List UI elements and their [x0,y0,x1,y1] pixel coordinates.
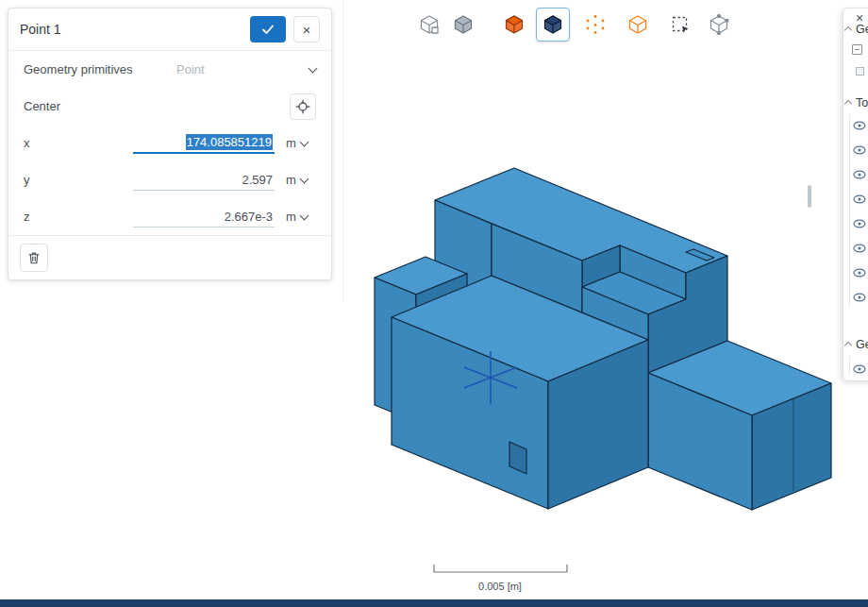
center-pick-button[interactable] [290,93,316,120]
target-crosshair-icon [293,97,312,116]
chevron-up-icon [844,342,852,349]
tree-guide-line [849,114,850,307]
mesh-solid-cube-icon [504,14,525,35]
view-toolbar [412,8,738,42]
trash-icon [25,249,42,266]
visibility-eye-icon[interactable] [853,293,866,302]
mesh-solid-cube-button[interactable] [497,8,531,42]
tree-item-row [853,192,866,207]
close-panel-button[interactable]: × [293,16,320,42]
z-input[interactable]: 2.667e-3 [133,207,275,228]
x-unit-value: m [286,136,296,150]
scene-tree-panel: × Geo Top [843,8,868,381]
chevron-down-icon [299,211,309,220]
delete-button[interactable] [20,244,48,272]
bottom-status-bar [0,599,868,607]
tree-item-row [853,143,866,158]
transform-cube-icon [709,14,729,35]
tree-subitem-icon[interactable] [856,67,864,76]
x-unit-select[interactable]: m [286,136,316,150]
point-cloud-cube-icon [585,14,606,35]
confirm-button[interactable] [250,16,286,42]
close-icon: × [303,22,311,38]
center-label: Center [24,99,290,113]
visibility-eye-icon[interactable] [853,219,866,228]
tree-item-row [853,362,866,377]
scale-bar-label: 0.005 [m] [478,581,522,592]
tree-section-label: Top [856,96,868,110]
visibility-eye-icon[interactable] [853,121,866,130]
check-icon [260,22,275,37]
visibility-eye-icon[interactable] [853,145,866,155]
visibility-eye-icon[interactable] [853,268,866,278]
visibility-eye-icon[interactable] [853,170,866,179]
y-input[interactable]: 2.597 [133,170,275,191]
tree-section-label: Geo [856,338,868,351]
x-input[interactable]: 174.085851219 [133,132,275,154]
tree-item-row [853,290,866,305]
chevron-down-icon [309,63,318,73]
box-select-icon [670,14,691,35]
scrollbar-thumb[interactable] [808,185,811,208]
point-properties-panel: Point 1 × Geometry primitives Point Cent… [8,8,332,280]
chevron-up-icon [844,100,852,108]
chevron-down-icon [299,174,309,183]
y-label: y [24,173,133,187]
z-unit-select[interactable]: m [286,210,316,224]
chevron-up-icon [844,26,852,34]
solid-cube-button[interactable] [446,8,480,42]
geometry-cube-icon [542,14,563,35]
y-unit-value: m [286,173,296,187]
z-label: z [24,210,133,224]
view-cube-icon [419,14,440,35]
geometry-primitives-select[interactable]: Point [176,62,316,76]
panel-title[interactable]: Point 1 [20,22,250,37]
visibility-eye-icon[interactable] [853,244,866,253]
tree-collapse-icon[interactable] [852,44,862,55]
tree-section-geometry[interactable]: Geo [845,22,868,37]
visibility-eye-icon[interactable] [853,364,866,374]
tree-guide-line [849,356,850,375]
tree-section-topology[interactable]: Top [845,95,868,110]
solid-cube-icon [453,14,474,35]
wireframe-cube-icon [627,14,648,35]
point-cloud-cube-button[interactable] [578,8,612,42]
x-value-selected: 174.085851219 [186,134,273,150]
tree-section-label: Geo [856,23,868,36]
tree-item-row [853,216,866,231]
geometry-primitives-value: Point [176,62,205,76]
y-unit-select[interactable]: m [286,173,316,187]
view-cube-button[interactable] [412,8,446,42]
visibility-eye-icon[interactable] [853,194,866,204]
tree-item-row [853,241,866,256]
panel-column-divider [342,0,343,300]
x-label: x [24,136,133,150]
chevron-down-icon [299,137,309,146]
scale-bar [434,565,567,572]
wireframe-cube-button[interactable] [621,8,655,42]
geometry-primitives-label: Geometry primitives [24,62,176,76]
transform-cube-button[interactable] [702,8,736,42]
tree-section-geometry-2[interactable]: Geo [845,337,868,352]
box-select-button[interactable] [663,8,697,42]
tree-item-row [853,118,866,133]
z-unit-value: m [286,210,296,224]
tree-item-row [853,167,866,182]
model-3d[interactable] [375,168,831,510]
tree-item-row [853,265,866,280]
geometry-cube-button-selected[interactable] [536,8,570,42]
